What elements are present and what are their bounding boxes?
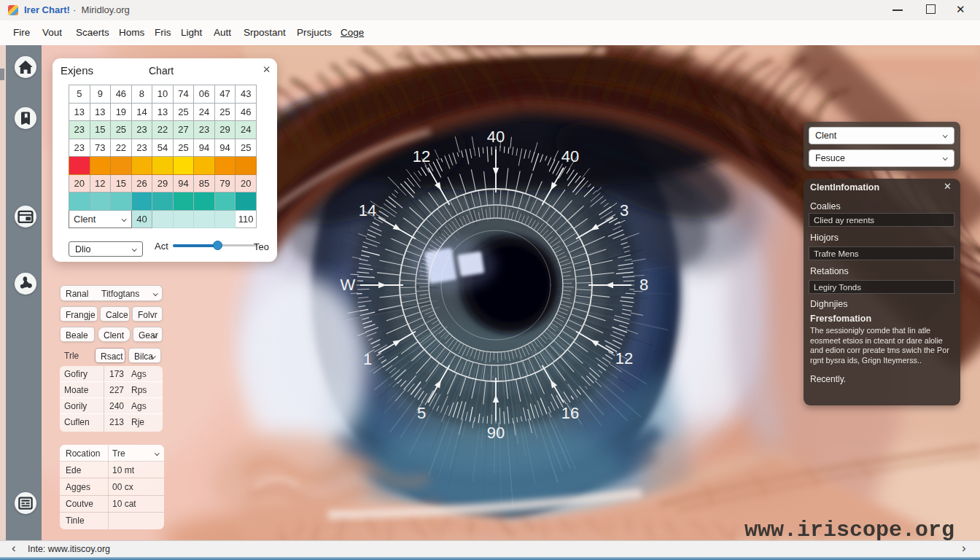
svg-text:www.iriscope.org: www.iriscope.org: [744, 518, 954, 542]
svg-text:12: 12: [615, 349, 633, 368]
svg-text:14: 14: [359, 201, 376, 219]
svg-text:16: 16: [561, 404, 579, 422]
svg-text:12: 12: [413, 147, 430, 166]
svg-text:W: W: [341, 276, 356, 294]
svg-text:5: 5: [417, 404, 426, 422]
svg-text:40: 40: [561, 147, 579, 166]
svg-text:3: 3: [620, 201, 629, 219]
svg-text:40: 40: [487, 128, 505, 146]
svg-text:8: 8: [639, 276, 648, 294]
svg-text:90: 90: [487, 424, 505, 442]
